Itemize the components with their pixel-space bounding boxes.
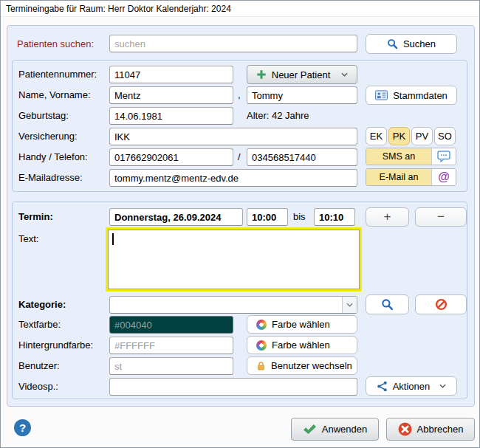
- name-label: Name, Vorname:: [18, 89, 91, 100]
- new-patient-button[interactable]: Neuer Patient: [247, 65, 357, 84]
- appointment-text-area[interactable]: [106, 227, 362, 292]
- background-color-picker-button[interactable]: Farbe wählen: [247, 336, 357, 354]
- email-input[interactable]: [109, 169, 357, 187]
- patient-number-label: Patientennummer:: [18, 69, 97, 80]
- text-cursor: [112, 233, 114, 245]
- remove-appointment-button[interactable]: −: [415, 207, 467, 227]
- insurance-input[interactable]: [109, 128, 357, 145]
- user-label: Benutzer:: [18, 360, 60, 371]
- bis-label: bis: [293, 211, 306, 222]
- no-entry-icon: [435, 298, 448, 311]
- background-color-picker-label: Farbe wählen: [272, 340, 330, 351]
- appointment-text-content: [108, 230, 360, 289]
- category-search-button[interactable]: [366, 294, 409, 314]
- insurance-type-ek-button[interactable]: EK: [366, 127, 387, 145]
- new-patient-button-label: Neuer Patient: [272, 69, 331, 80]
- text-color-picker-label: Farbe wählen: [272, 319, 330, 330]
- text-color-input[interactable]: [109, 316, 233, 334]
- color-wheel-icon: [256, 340, 267, 351]
- email-button-label: E-Mail an: [380, 172, 419, 182]
- red-x-circle-icon: [398, 422, 412, 436]
- phone-separator: /: [238, 151, 241, 162]
- text-color-label: Textfarbe:: [18, 319, 61, 330]
- email-split-button: E-Mail an @: [366, 168, 456, 186]
- chevron-down-icon: [439, 384, 446, 388]
- switch-user-label: Benutzer wechseln: [271, 360, 352, 371]
- phone-label: Handy / Telefon:: [18, 151, 88, 162]
- at-icon: @: [438, 170, 450, 184]
- cancel-button-label: Abbrechen: [417, 424, 464, 435]
- patient-search-input[interactable]: [109, 35, 357, 52]
- window-title: Termineingabe für Raum: Herr Doktor Kale…: [6, 4, 231, 14]
- window-titlebar: Termineingabe für Raum: Herr Doktor Kale…: [1, 1, 479, 17]
- termineingabe-dialog: Termineingabe für Raum: Herr Doktor Kale…: [0, 0, 480, 448]
- email-label: E-Mailadresse:: [18, 172, 83, 183]
- color-wheel-icon: [256, 320, 267, 330]
- help-button[interactable]: ?: [14, 419, 31, 436]
- chevron-down-icon: [341, 72, 348, 77]
- birthday-input[interactable]: [109, 107, 233, 125]
- checkmark-icon: [303, 424, 317, 435]
- cancel-button[interactable]: Abbrechen: [386, 418, 475, 441]
- insurance-label: Versicherung:: [18, 131, 78, 142]
- add-appointment-button[interactable]: +: [366, 207, 409, 227]
- search-button-label: Suchen: [403, 38, 436, 49]
- lock-icon: [256, 361, 266, 371]
- category-label: Kategorie:: [18, 299, 66, 310]
- mobile-input[interactable]: [109, 148, 233, 166]
- category-dropdown-arrow[interactable]: [342, 297, 357, 313]
- speech-bubble-icon: [437, 151, 450, 162]
- termin-label: Termin:: [18, 211, 53, 222]
- first-name-input[interactable]: [247, 86, 357, 104]
- sms-bubble-button[interactable]: [431, 148, 456, 165]
- search-button[interactable]: Suchen: [366, 34, 457, 54]
- actions-button[interactable]: Aktionen: [366, 376, 457, 396]
- actions-button-label: Aktionen: [393, 381, 431, 392]
- patient-search-label: Patienten suchen:: [17, 38, 94, 49]
- last-name-input[interactable]: [109, 86, 233, 104]
- sms-button[interactable]: SMS an: [366, 148, 431, 165]
- user-input[interactable]: [109, 357, 233, 375]
- help-icon: ?: [19, 421, 26, 434]
- contact-card-icon: [375, 90, 388, 100]
- start-time-input[interactable]: [247, 208, 288, 226]
- text-color-picker-button[interactable]: Farbe wählen: [247, 315, 357, 334]
- sms-split-button: SMS an: [366, 148, 456, 165]
- chevron-down-icon: [346, 303, 353, 307]
- end-time-input[interactable]: [314, 208, 355, 226]
- birthday-label: Geburtstag:: [18, 110, 69, 121]
- email-at-button[interactable]: @: [431, 169, 456, 185]
- search-icon: [387, 38, 398, 49]
- email-button[interactable]: E-Mail an: [366, 169, 431, 185]
- stammdaten-button-label: Stammdaten: [393, 90, 448, 101]
- insurance-type-so-button[interactable]: SO: [434, 127, 456, 145]
- patient-number-input[interactable]: [109, 66, 233, 83]
- video-label: Videosp.:: [18, 381, 58, 392]
- landline-input[interactable]: [247, 148, 357, 166]
- share-icon: [377, 381, 388, 392]
- insurance-type-pv-button[interactable]: PV: [411, 127, 433, 145]
- age-text: Alter: 42 Jahre: [247, 110, 309, 121]
- sms-button-label: SMS an: [383, 151, 415, 162]
- category-dropdown[interactable]: [109, 296, 357, 314]
- date-input[interactable]: [109, 208, 243, 226]
- background-color-label: Hintergrundfarbe:: [18, 340, 93, 351]
- stammdaten-button[interactable]: Stammdaten: [366, 86, 457, 105]
- apply-button-label: Anwenden: [322, 424, 367, 435]
- video-input[interactable]: [109, 378, 357, 396]
- switch-user-button[interactable]: Benutzer wechseln: [247, 356, 357, 375]
- name-separator: ,: [238, 89, 241, 100]
- search-icon: [381, 298, 394, 311]
- apply-button[interactable]: Anwenden: [291, 418, 379, 441]
- insurance-type-pk-button[interactable]: PK: [388, 127, 410, 145]
- background-color-input[interactable]: [109, 337, 233, 354]
- plus-icon: [256, 69, 267, 80]
- category-clear-button[interactable]: [415, 294, 467, 314]
- text-label: Text:: [18, 233, 38, 244]
